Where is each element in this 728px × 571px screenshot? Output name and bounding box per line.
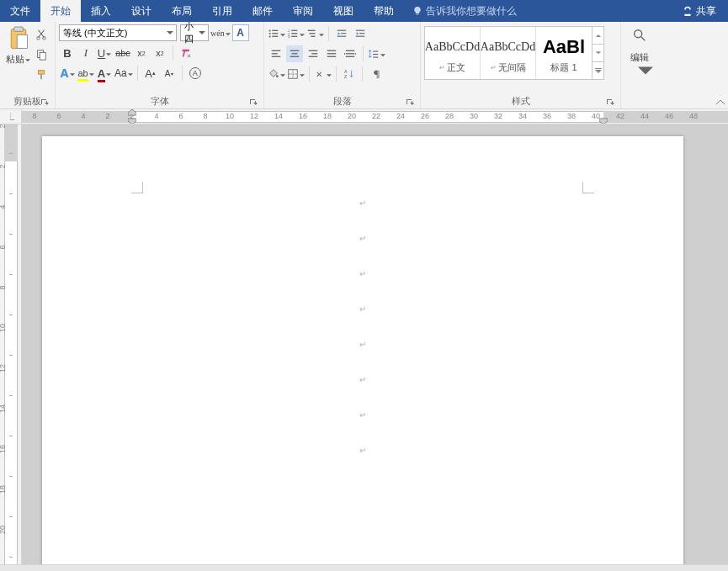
underline-button[interactable]: U — [96, 45, 113, 61]
style-name: 标题 1 — [550, 61, 577, 74]
document-page[interactable]: ↵↵↵↵↵↵↵↵ — [42, 136, 683, 564]
show-hide-marks-button[interactable] — [367, 66, 384, 82]
clipboard-launcher[interactable] — [40, 98, 50, 108]
hruler-tick: 42 — [616, 112, 624, 120]
menu-tab-6[interactable]: 邮件 — [242, 0, 283, 22]
hruler-tick: 14 — [274, 112, 283, 120]
strikethrough-button[interactable]: abc — [114, 45, 131, 61]
multilevel-list-button[interactable] — [306, 25, 324, 42]
vertical-ruler[interactable]: 22468101214161820 — [0, 124, 22, 564]
style-item-2[interactable]: AaBl标题 1 — [536, 27, 592, 79]
numbering-button[interactable]: 123 — [287, 25, 305, 42]
tell-me-search[interactable]: 告诉我你想要做什么 — [404, 0, 525, 22]
hruler-tick: 38 — [567, 112, 576, 120]
bold-button[interactable]: B — [59, 45, 76, 61]
align-left-button[interactable] — [268, 45, 284, 62]
hruler-tick: 48 — [689, 112, 698, 120]
right-indent-marker[interactable] — [599, 109, 608, 124]
menu-tab-7[interactable]: 审阅 — [283, 0, 323, 22]
paragraph-launcher[interactable] — [405, 98, 415, 108]
paste-button[interactable]: 粘贴 — [6, 51, 30, 66]
svg-rect-20 — [291, 36, 297, 37]
hruler-tick: 2 — [105, 112, 109, 120]
svg-rect-39 — [327, 50, 337, 51]
svg-rect-18 — [291, 33, 297, 34]
align-center-button[interactable] — [286, 45, 303, 62]
font-size-select[interactable]: 小四 — [180, 24, 209, 41]
menu-tab-8[interactable]: 视图 — [323, 0, 364, 22]
search-icon — [632, 28, 647, 43]
svg-rect-12 — [272, 33, 278, 34]
hruler-tick: 26 — [421, 112, 429, 120]
cut-button[interactable] — [33, 26, 50, 43]
format-painter-button[interactable] — [33, 66, 50, 83]
borders-button[interactable] — [287, 66, 305, 82]
hruler-tick: 36 — [543, 112, 551, 120]
menu-tab-0[interactable]: 文件 — [0, 0, 40, 22]
style-item-1[interactable]: AaBbCcDd↵无间隔 — [481, 27, 536, 79]
subscript-button[interactable]: x2 — [133, 45, 150, 61]
hruler-scale[interactable]: 8642246810121416182022242628303234363840… — [22, 109, 728, 124]
shrink-font-button[interactable]: A▾ — [161, 65, 178, 82]
clear-formatting-button[interactable] — [178, 45, 194, 61]
gallery-expand[interactable] — [592, 62, 603, 79]
svg-rect-35 — [290, 56, 300, 57]
vruler-tick: 2 — [0, 160, 7, 173]
distributed-button[interactable] — [342, 45, 359, 62]
share-button[interactable]: 共享 — [671, 0, 728, 22]
asian-layout-button[interactable]: ✕ — [314, 66, 332, 82]
style-preview: AaBl — [543, 33, 585, 61]
svg-point-56 — [635, 30, 642, 38]
font-color-button[interactable]: A — [96, 65, 113, 82]
phonetic-guide-button[interactable]: wén — [210, 24, 231, 41]
style-item-0[interactable]: AaBbCcDd↵正文 — [425, 27, 481, 79]
collapse-ribbon-button[interactable] — [716, 95, 725, 107]
group-clipboard: 粘贴 剪贴板 — [0, 22, 56, 108]
line-spacing-button[interactable] — [368, 45, 385, 62]
find-button[interactable]: 编辑 — [624, 24, 655, 95]
vruler-tick: 16 — [0, 442, 7, 456]
bullets-button[interactable] — [268, 25, 285, 42]
highlight-button[interactable]: ab — [77, 65, 94, 82]
menu-tab-3[interactable]: 设计 — [121, 0, 162, 22]
vruler-tick: 10 — [0, 321, 7, 335]
indent-marker[interactable] — [128, 109, 136, 124]
character-border-button[interactable]: A — [232, 24, 249, 41]
superscript-button[interactable]: x2 — [151, 45, 168, 61]
enclose-characters-button[interactable]: A — [187, 65, 204, 82]
sort-button[interactable]: AZ — [341, 66, 358, 82]
paragraph-mark: ↵ — [359, 198, 366, 208]
increase-indent-button[interactable] — [352, 25, 369, 42]
ruler-corner[interactable]: ⎿ — [0, 109, 22, 124]
decrease-indent-button[interactable] — [333, 25, 350, 42]
hruler-tick: 6 — [178, 112, 183, 120]
change-case-button[interactable]: Aa — [114, 65, 133, 82]
font-launcher[interactable] — [248, 98, 258, 108]
paste-icon[interactable] — [7, 26, 30, 51]
menu-tab-1[interactable]: 开始 — [40, 0, 81, 22]
tell-me-label: 告诉我你想要做什么 — [426, 4, 517, 19]
gallery-scroll-down[interactable] — [592, 45, 603, 62]
svg-rect-55 — [595, 68, 602, 69]
svg-rect-21 — [308, 30, 316, 31]
menu-tab-5[interactable]: 引用 — [202, 0, 242, 22]
italic-button[interactable]: I — [77, 45, 94, 61]
svg-rect-36 — [309, 50, 318, 51]
font-name-select[interactable]: 等线 (中文正文) — [59, 24, 177, 41]
grow-font-button[interactable]: A▴ — [142, 65, 159, 82]
align-right-button[interactable] — [305, 45, 321, 62]
align-justify-button[interactable] — [323, 45, 340, 62]
styles-launcher[interactable] — [605, 98, 615, 108]
chevron-down-icon — [166, 25, 174, 40]
menu-tab-2[interactable]: 插入 — [81, 0, 121, 22]
gallery-scroll-up[interactable] — [592, 27, 603, 45]
menu-tab-4[interactable]: 布局 — [162, 0, 202, 22]
text-effects-button[interactable]: A — [59, 65, 76, 82]
copy-button[interactable] — [33, 46, 50, 63]
menu-tab-9[interactable]: 帮助 — [364, 0, 404, 22]
shading-button[interactable] — [268, 66, 285, 82]
horizontal-ruler: ⎿ 86422468101214161820222426283032343638… — [0, 109, 728, 124]
hruler-tick: 10 — [226, 112, 234, 120]
svg-rect-1 — [13, 27, 23, 31]
editing-label: 编辑 — [630, 51, 649, 64]
